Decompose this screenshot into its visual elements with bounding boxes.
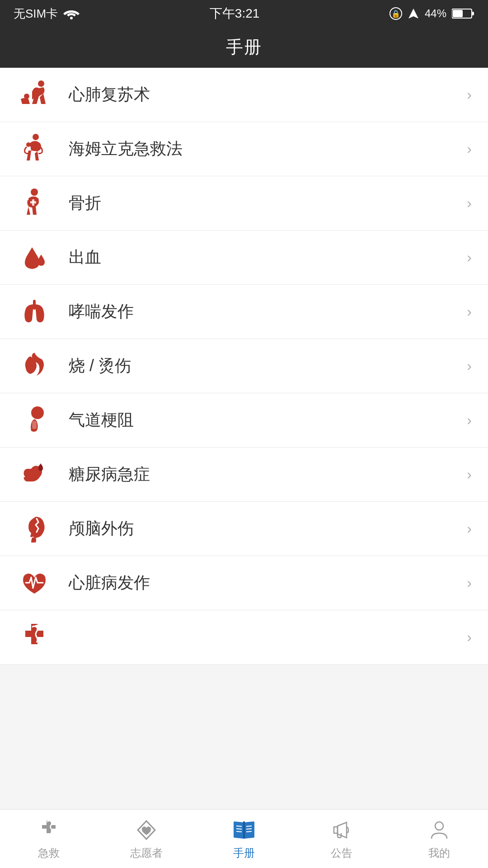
diabetes-chevron: › [467, 466, 472, 483]
svg-rect-13 [30, 201, 36, 203]
list-item-heimlich[interactable]: 海姆立克急救法 › [0, 122, 488, 176]
airway-label: 气道梗阻 [69, 409, 460, 431]
tab-mine-icon [427, 818, 451, 842]
burn-icon [16, 348, 52, 384]
heimlich-label: 海姆立克急救法 [69, 138, 460, 160]
svg-point-17 [35, 625, 38, 627]
lock-icon: 🔒 [389, 7, 402, 20]
bleeding-chevron: › [467, 249, 472, 266]
fracture-chevron: › [467, 195, 472, 212]
diabetes-icon [16, 457, 52, 493]
tab-announcement-label: 公告 [331, 846, 352, 860]
svg-point-9 [33, 134, 39, 140]
svg-line-23 [246, 826, 252, 826]
battery-icon [452, 8, 474, 19]
svg-point-18 [50, 820, 52, 822]
location-icon [408, 8, 419, 19]
tab-manual-label: 手册 [233, 846, 255, 860]
fracture-icon [16, 185, 52, 222]
svg-point-10 [26, 142, 31, 147]
heart-label: 心脏病发作 [69, 572, 460, 594]
list-item-head[interactable]: 颅脑外伤 › [0, 502, 488, 556]
list-item-cpr[interactable]: 心肺复苏术 › [0, 68, 488, 122]
nav-bar: 手册 [0, 27, 488, 68]
head-chevron: › [467, 520, 472, 537]
diabetes-label: 糖尿病急症 [69, 463, 460, 486]
tab-mine-label: 我的 [428, 846, 450, 860]
cpr-icon [16, 77, 52, 113]
heimlich-icon [16, 131, 52, 167]
bleeding-label: 出血 [69, 246, 460, 269]
svg-rect-5 [472, 12, 474, 15]
list-item-fracture[interactable]: 骨折 › [0, 176, 488, 231]
svg-text:🔒: 🔒 [391, 9, 400, 18]
svg-rect-19 [243, 821, 245, 839]
more-chevron: › [467, 629, 472, 646]
burn-label: 烧 / 烫伤 [69, 355, 460, 377]
tab-volunteer-label: 志愿者 [130, 846, 163, 860]
svg-point-0 [70, 17, 73, 19]
svg-line-20 [236, 826, 242, 826]
battery-percent: 44% [425, 7, 446, 20]
wifi-icon [63, 8, 80, 19]
tab-bar: 急救 志愿者 [0, 809, 488, 868]
svg-line-24 [246, 829, 252, 829]
svg-point-15 [31, 406, 44, 419]
burn-chevron: › [467, 358, 472, 374]
asthma-chevron: › [467, 303, 472, 320]
svg-line-25 [246, 831, 252, 832]
svg-point-7 [38, 80, 44, 87]
list-item-airway[interactable]: 气道梗阻 › [0, 393, 488, 448]
svg-point-26 [435, 822, 443, 830]
svg-rect-14 [33, 300, 36, 310]
airway-chevron: › [467, 412, 472, 429]
heart-chevron: › [467, 575, 472, 591]
svg-point-11 [31, 189, 38, 196]
status-left: 无SIM卡 [14, 6, 80, 22]
head-icon [16, 511, 52, 547]
list-item-diabetes[interactable]: 糖尿病急症 › [0, 448, 488, 502]
cpr-label: 心肺复苏术 [69, 84, 460, 106]
asthma-icon [16, 294, 52, 330]
more-icon [16, 619, 52, 656]
status-right: 🔒 44% [389, 7, 474, 20]
svg-rect-16 [32, 421, 37, 429]
list-item-burn[interactable]: 烧 / 烫伤 › [0, 339, 488, 393]
tab-volunteer[interactable]: 志愿者 [98, 810, 195, 868]
svg-marker-3 [408, 9, 418, 19]
fracture-label: 骨折 [69, 192, 460, 214]
tab-volunteer-icon [134, 818, 159, 842]
airway-icon [16, 402, 52, 439]
tab-mine[interactable]: 我的 [390, 810, 488, 868]
list-item-asthma[interactable]: 哮喘发作 › [0, 285, 488, 339]
svg-rect-6 [453, 10, 463, 17]
tab-rescue-icon [37, 818, 61, 842]
sim-status: 无SIM卡 [14, 6, 58, 22]
list-item-bleeding[interactable]: 出血 › [0, 231, 488, 285]
heart-icon [16, 565, 52, 601]
main-content: 心肺复苏术 › 海姆立克急救法 › [0, 68, 488, 665]
list-item-heart[interactable]: 心脏病发作 › [0, 556, 488, 610]
tab-rescue[interactable]: 急救 [0, 810, 98, 868]
head-label: 颅脑外伤 [69, 518, 460, 540]
tab-rescue-label: 急救 [38, 846, 60, 860]
bleeding-icon [16, 240, 52, 276]
cpr-chevron: › [467, 86, 472, 103]
page-title: 手册 [226, 36, 262, 59]
asthma-label: 哮喘发作 [69, 301, 460, 323]
status-time: 下午3:21 [210, 5, 260, 22]
svg-line-22 [236, 831, 242, 832]
status-bar: 无SIM卡 下午3:21 🔒 44% [0, 0, 488, 27]
tab-manual[interactable]: 手册 [195, 810, 293, 868]
list-item-more[interactable]: › [0, 610, 488, 665]
tab-announcement[interactable]: 公告 [293, 810, 390, 868]
heimlich-chevron: › [467, 141, 472, 157]
tab-announcement-icon [329, 818, 354, 842]
tab-manual-icon [232, 818, 256, 842]
svg-line-21 [236, 829, 242, 829]
